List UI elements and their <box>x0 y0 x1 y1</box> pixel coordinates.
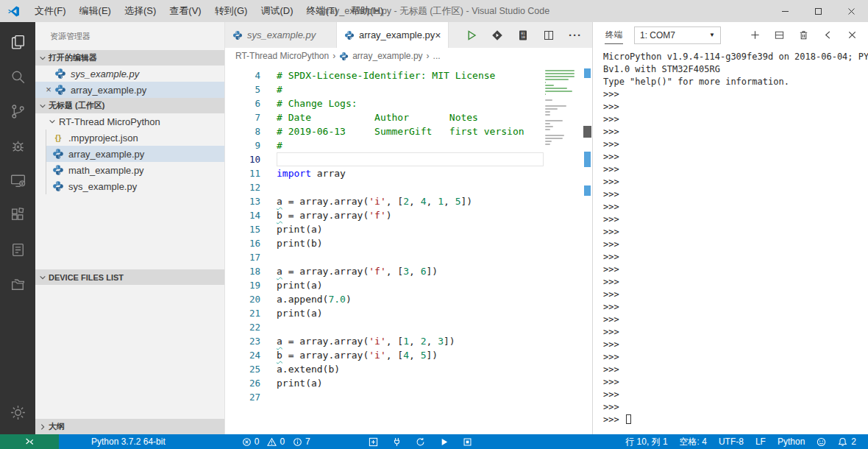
plug-icon[interactable] <box>392 437 402 447</box>
outline-header[interactable]: 大纲 <box>35 419 224 434</box>
open-editor-sys_example.py[interactable]: sys_example.py <box>35 66 224 82</box>
code-line-10[interactable] <box>277 152 544 166</box>
terminal-active-prompt[interactable]: >>> <box>603 414 868 426</box>
terminal-panel: 终端 1: COM7 ▼ MicroPython v1.9.4-114-g309… <box>592 22 868 434</box>
code-token: 2 <box>421 336 427 347</box>
code-line-8[interactable]: # 2019-06-13 SummerGift first version <box>277 124 544 138</box>
add-device-icon[interactable] <box>369 437 378 447</box>
python-interpreter-status[interactable]: Python 3.7.2 64-bit <box>87 434 170 449</box>
extensions-icon[interactable] <box>0 198 35 233</box>
code-line-25[interactable]: a.extend(b) <box>277 362 544 376</box>
device-files-header[interactable]: DEVICE FILES LIST <box>35 269 224 285</box>
split-editor-icon[interactable] <box>543 29 555 41</box>
scrollbar-thumb[interactable] <box>583 126 591 138</box>
code-line-19[interactable]: print(a) <box>277 278 544 292</box>
status-item-3[interactable]: LF <box>750 434 772 449</box>
code-line-6[interactable]: # Change Logs: <box>277 96 544 110</box>
tab-array_example.py[interactable]: array_example.py× <box>337 22 449 48</box>
maximize-icon[interactable] <box>802 0 835 22</box>
code-line-27[interactable] <box>277 390 544 404</box>
minimize-icon[interactable] <box>769 0 802 22</box>
status-item-2[interactable]: UTF-8 <box>713 434 750 449</box>
file-array_example.py[interactable]: array_example.py <box>46 146 224 162</box>
code-line-11[interactable]: import array <box>277 166 544 180</box>
line-number: 4 <box>225 68 277 82</box>
document-list-icon[interactable] <box>0 233 35 267</box>
open-editor-array_example.py[interactable]: ×array_example.py <box>35 82 224 98</box>
file-sys_example.py[interactable]: sys_example.py <box>46 178 224 194</box>
status-item-1[interactable]: 空格: 4 <box>674 434 713 449</box>
code-line-18[interactable]: a = array.array('f', [3, 6]) <box>277 264 544 278</box>
file-math_example.py[interactable]: math_example.py <box>46 162 224 178</box>
settings-gear-icon[interactable] <box>0 395 35 430</box>
menu-item-2[interactable]: 选择(S) <box>118 0 163 22</box>
close-editor-icon[interactable]: × <box>43 84 54 96</box>
close-window-icon[interactable] <box>835 0 868 22</box>
code-line-5[interactable]: # <box>277 82 544 96</box>
chevron-left-icon[interactable] <box>822 29 833 40</box>
status-item-4[interactable]: Python <box>772 434 811 449</box>
chevron-down-icon <box>49 118 56 125</box>
tab-label: sys_example.py <box>247 29 316 40</box>
debug-icon[interactable] <box>0 129 35 163</box>
search-icon[interactable] <box>0 60 35 94</box>
code-line-17[interactable] <box>277 250 544 264</box>
code-line-9[interactable]: # <box>277 138 544 152</box>
code-line-22[interactable] <box>277 320 544 334</box>
run-icon[interactable] <box>439 437 449 447</box>
stop-icon[interactable] <box>463 437 472 447</box>
code-lines[interactable]: # SPDX-License-Identifier: MIT License##… <box>277 68 544 434</box>
code-line-16[interactable]: print(b) <box>277 236 544 250</box>
explorer-icon[interactable] <box>0 25 35 60</box>
terminal-output[interactable]: MicroPython v1.9.4-114-g309fe39d on 2018… <box>593 48 868 434</box>
tab-terminal[interactable]: 终端 <box>605 26 623 44</box>
breadcrumb-item[interactable]: RT-Thread MicroPython <box>235 51 329 61</box>
code-line-13[interactable]: a = array.array('i', [2, 4, 1, 5]) <box>277 194 544 208</box>
sync-icon[interactable] <box>416 437 425 447</box>
run-icon[interactable] <box>466 29 477 41</box>
file-.mpyproject.json[interactable]: {}.mpyproject.json <box>46 130 224 146</box>
breadcrumb-item[interactable]: ... <box>433 51 441 61</box>
terminal-dropdown[interactable]: 1: COM7 ▼ <box>634 26 721 44</box>
folder-rt-thread-micropython[interactable]: RT-Thread MicroPython <box>35 113 224 130</box>
more-icon[interactable]: ··· <box>569 29 582 41</box>
menu-item-3[interactable]: 查看(V) <box>163 0 207 22</box>
minimap[interactable] <box>544 68 582 434</box>
problems-status[interactable]: 0 0 7 <box>238 434 320 449</box>
menu-item-5[interactable]: 调试(D) <box>254 0 299 22</box>
open-editors-header[interactable]: 打开的编辑器 <box>35 50 224 66</box>
menu-item-0[interactable]: 文件(F) <box>28 0 73 22</box>
menu-item-1[interactable]: 编辑(E) <box>73 0 118 22</box>
editor-scrollbar[interactable] <box>582 68 592 434</box>
flash-icon[interactable] <box>491 29 503 41</box>
feedback-smiley-icon[interactable] <box>811 434 832 449</box>
source-control-icon[interactable] <box>0 94 35 129</box>
code-line-26[interactable]: print(a) <box>277 376 544 390</box>
status-item-0[interactable]: 行 10, 列 1 <box>619 434 673 449</box>
code-line-15[interactable]: print(a) <box>277 222 544 236</box>
code-line-23[interactable]: a = array.array('i', [1, 2, 3]) <box>277 334 544 348</box>
code-line-21[interactable]: print(a) <box>277 306 544 320</box>
kill-terminal-icon[interactable] <box>798 29 809 40</box>
menu-item-4[interactable]: 转到(G) <box>208 0 255 22</box>
code-line-4[interactable]: # SPDX-License-Identifier: MIT License <box>277 68 544 82</box>
code-token: # 2019-06-13 SummerGift first version <box>277 126 524 137</box>
code-line-14[interactable]: b = array.array('f') <box>277 208 544 222</box>
new-terminal-icon[interactable] <box>750 29 761 40</box>
code-line-7[interactable]: # Date Author Notes <box>277 110 544 124</box>
remote-device-icon[interactable] <box>0 163 35 198</box>
notifications-bell[interactable]: 2 <box>832 434 862 449</box>
close-tab-icon[interactable]: × <box>435 29 441 41</box>
folder-projects-icon[interactable] <box>0 267 35 302</box>
tab-sys_example.py[interactable]: sys_example.py <box>225 22 337 48</box>
remote-indicator[interactable] <box>0 434 59 449</box>
close-panel-icon[interactable] <box>847 29 858 40</box>
workspace-header[interactable]: 无标题 (工作区) <box>35 98 224 113</box>
code-line-12[interactable] <box>277 180 544 194</box>
code-line-24[interactable]: b = array.array('i', [4, 5]) <box>277 348 544 362</box>
code-line-20[interactable]: a.append(7.0) <box>277 292 544 306</box>
split-terminal-icon[interactable] <box>774 29 785 40</box>
code-editor[interactable]: 4567891011121314151617181920212223242526… <box>225 64 592 434</box>
breadcrumb-item[interactable]: array_example.py <box>352 51 422 61</box>
binary-file-icon[interactable]: 0110 <box>517 29 529 41</box>
